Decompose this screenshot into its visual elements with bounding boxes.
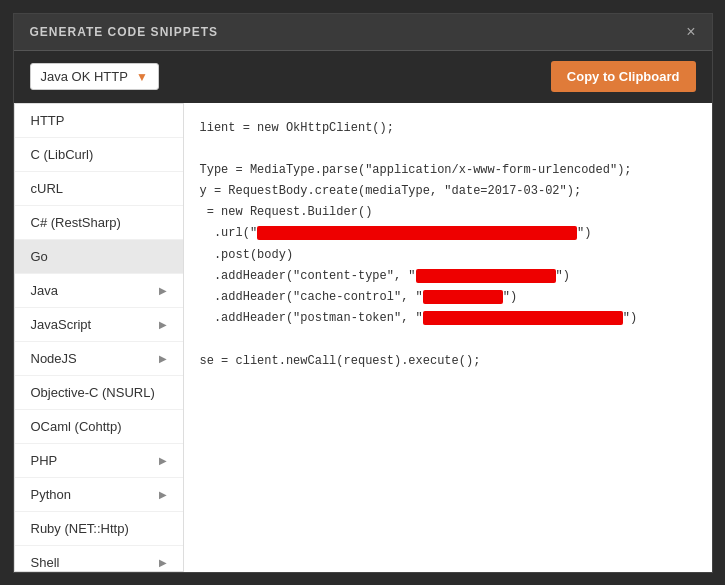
code-line: se = client.newCall(request).execute(); (200, 352, 696, 371)
menu-item[interactable]: Python▶ (15, 478, 183, 512)
submenu-arrow-icon: ▶ (159, 353, 167, 364)
code-line: .addHeader("content-type", "") (200, 267, 696, 286)
code-line: .addHeader("postman-token", "") (200, 309, 696, 328)
modal-container: GENERATE CODE SNIPPETS × Java OK HTTP ▼ … (13, 13, 713, 573)
menu-item-label: HTTP (31, 113, 65, 128)
menu-item[interactable]: JavaScript▶ (15, 308, 183, 342)
menu-item-label: OCaml (Cohttp) (31, 419, 122, 434)
menu-item[interactable]: PHP▶ (15, 444, 183, 478)
submenu-arrow-icon: ▶ (159, 285, 167, 296)
menu-item[interactable]: NodeJS▶ (15, 342, 183, 376)
menu-item[interactable]: cURL (15, 172, 183, 206)
submenu-arrow-icon: ▶ (159, 455, 167, 466)
menu-item[interactable]: Shell▶ (15, 546, 183, 572)
close-button[interactable]: × (686, 24, 695, 40)
code-line (200, 140, 696, 159)
menu-item[interactable]: OCaml (Cohttp) (15, 410, 183, 444)
menu-item[interactable]: Objective-C (NSURL) (15, 376, 183, 410)
code-panel: lient = new OkHttpClient(); Type = Media… (184, 103, 712, 572)
menu-item[interactable]: C# (RestSharp) (15, 206, 183, 240)
submenu-arrow-icon: ▶ (159, 489, 167, 500)
menu-item-label: NodeJS (31, 351, 77, 366)
code-line: .url("") (200, 224, 696, 243)
code-line: lient = new OkHttpClient(); (200, 119, 696, 138)
code-line: y = RequestBody.create(mediaType, "date=… (200, 182, 696, 201)
menu-item[interactable]: C (LibCurl) (15, 138, 183, 172)
redacted-content (423, 311, 623, 325)
menu-item-label: Python (31, 487, 71, 502)
menu-item-label: Ruby (NET::Http) (31, 521, 129, 536)
modal-body: Java OK HTTP ▼ Copy to Clipboard HTTPC (… (14, 51, 712, 572)
menu-item-label: Java (31, 283, 58, 298)
content-area: HTTPC (LibCurl)cURLC# (RestSharp)GoJava▶… (14, 103, 712, 572)
menu-item-label: PHP (31, 453, 58, 468)
menu-item-label: C# (RestSharp) (31, 215, 121, 230)
modal-header: GENERATE CODE SNIPPETS × (14, 14, 712, 51)
code-line: Type = MediaType.parse("application/x-ww… (200, 161, 696, 180)
menu-item[interactable]: Java▶ (15, 274, 183, 308)
code-line: = new Request.Builder() (200, 203, 696, 222)
language-dropdown[interactable]: Java OK HTTP ▼ (30, 63, 159, 90)
menu-item-label: Shell (31, 555, 60, 570)
redacted-content (416, 269, 556, 283)
modal-title: GENERATE CODE SNIPPETS (30, 25, 218, 39)
dropdown-label: Java OK HTTP (41, 69, 128, 84)
menu-item[interactable]: Go (15, 240, 183, 274)
language-menu: HTTPC (LibCurl)cURLC# (RestSharp)GoJava▶… (14, 103, 184, 572)
menu-item-label: Objective-C (NSURL) (31, 385, 155, 400)
chevron-down-icon: ▼ (136, 70, 148, 84)
menu-item-label: JavaScript (31, 317, 92, 332)
copy-to-clipboard-button[interactable]: Copy to Clipboard (551, 61, 696, 92)
menu-item-label: cURL (31, 181, 64, 196)
redacted-content (423, 290, 503, 304)
submenu-arrow-icon: ▶ (159, 557, 167, 568)
menu-item[interactable]: HTTP (15, 104, 183, 138)
code-line (200, 330, 696, 349)
menu-item[interactable]: Ruby (NET::Http) (15, 512, 183, 546)
menu-item-label: C (LibCurl) (31, 147, 94, 162)
code-line: .post(body) (200, 246, 696, 265)
code-line: .addHeader("cache-control", "") (200, 288, 696, 307)
redacted-content (257, 226, 577, 240)
menu-item-label: Go (31, 249, 48, 264)
submenu-arrow-icon: ▶ (159, 319, 167, 330)
toolbar: Java OK HTTP ▼ Copy to Clipboard (14, 51, 712, 103)
